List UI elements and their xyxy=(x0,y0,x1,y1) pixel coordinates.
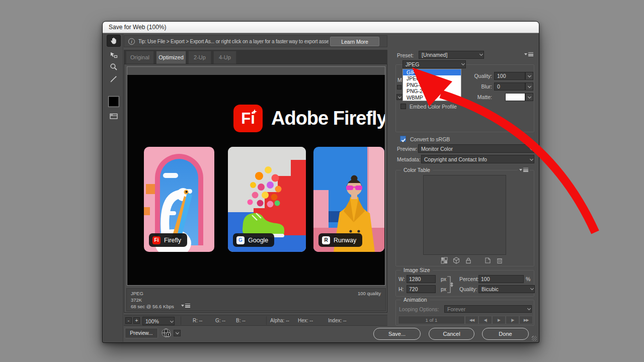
first-frame-button[interactable]: ◀◀ xyxy=(465,316,478,324)
next-frame-button[interactable]: |▶ xyxy=(506,316,519,324)
delete-color-icon[interactable] xyxy=(496,257,503,264)
card-runway: R Runway xyxy=(313,147,384,252)
format-option-png8[interactable]: PNG-8 xyxy=(403,82,461,88)
eyedropper-color-swatch[interactable] xyxy=(108,96,119,107)
zoom-in-button[interactable]: + xyxy=(133,317,140,324)
obscured-quality-preset-fragment: M xyxy=(397,77,402,83)
format-dropdown-list: GIF JPEG PNG-8 PNG-24 WBMP xyxy=(403,69,461,101)
format-option-jpeg[interactable]: JPEG xyxy=(403,75,461,81)
percent-unit: % xyxy=(526,276,530,282)
preview-in-browser-button[interactable]: Preview... xyxy=(125,328,158,338)
tip-text: Tip: Use File > Export > Export As... or… xyxy=(138,39,329,44)
tab-original[interactable]: Original xyxy=(126,51,154,64)
preset-select[interactable]: [Unnamed] xyxy=(419,51,484,59)
map-transparency-icon[interactable] xyxy=(441,257,448,264)
preset-panel-menu-icon[interactable] xyxy=(524,52,533,56)
headline-text: Adobe Firefly xyxy=(271,105,385,132)
status-menu-icon[interactable] xyxy=(181,304,190,308)
link-dimensions-icon[interactable] xyxy=(446,276,454,294)
hand-icon xyxy=(109,36,118,45)
lock-color-icon[interactable] xyxy=(465,257,472,264)
percent-label: Percent: xyxy=(459,276,479,282)
status-format: JPEG xyxy=(131,291,143,296)
browser-select-chevron[interactable] xyxy=(174,330,181,336)
width-unit: px xyxy=(441,276,446,282)
format-option-wbmp[interactable]: WBMP xyxy=(403,95,461,101)
browser-globe-icon[interactable] xyxy=(161,328,172,338)
metadata-label: Metadata: xyxy=(397,156,421,162)
resample-quality-value: Bicubic xyxy=(481,286,499,293)
status-download-time: 68 sec @ 56.6 Kbps xyxy=(131,304,174,309)
obscured-checkbox-fragment xyxy=(397,85,401,89)
blur-value[interactable]: 0 xyxy=(494,82,525,90)
preset-label: Preset: xyxy=(397,52,414,58)
slice-select-icon xyxy=(109,50,118,59)
resample-quality-select[interactable]: Bicubic xyxy=(478,285,535,293)
tip-bar: i Tip: Use File > Export > Export As... … xyxy=(124,35,387,47)
matte-color-swatch[interactable] xyxy=(505,93,525,101)
save-for-web-dialog: Save for Web (100%) xyxy=(102,21,539,343)
quality-value[interactable]: 100 xyxy=(494,72,525,80)
new-color-icon[interactable] xyxy=(484,257,491,264)
done-button[interactable]: Done xyxy=(482,328,529,340)
percent-input[interactable] xyxy=(478,275,524,283)
info-icon: i xyxy=(128,38,135,45)
tab-optimized[interactable]: Optimized xyxy=(156,51,186,64)
color-table-menu-icon[interactable] xyxy=(518,168,530,172)
quality-slider-chevron[interactable] xyxy=(525,72,533,80)
optimize-status-bar: JPEG 372K 68 sec @ 56.6 Kbps 100 quality xyxy=(126,288,386,311)
color-table-swatches[interactable] xyxy=(423,175,506,255)
readout-b: B: -- xyxy=(236,318,246,323)
format-option-gif[interactable]: GIF xyxy=(403,69,461,75)
height-input[interactable] xyxy=(407,285,436,293)
toggle-slices-visibility-button[interactable] xyxy=(107,110,121,122)
firefly-logo-glyph: Fi xyxy=(241,110,255,127)
badge-label: Runway xyxy=(334,237,356,244)
metadata-select[interactable]: Copyright and Contact Info xyxy=(421,155,534,163)
tab-4up[interactable]: 4-Up xyxy=(213,51,236,64)
play-button[interactable]: ▶ xyxy=(492,316,506,324)
zoom-tool-button[interactable] xyxy=(107,61,121,73)
width-label: W: xyxy=(398,276,405,282)
height-unit: px xyxy=(441,286,446,292)
magnifier-icon xyxy=(109,62,118,71)
width-input[interactable] xyxy=(407,275,436,283)
frame-counter: 1 of 1 xyxy=(398,316,465,324)
preview-mode-label: Preview: xyxy=(397,146,417,152)
matte-chevron[interactable] xyxy=(525,93,533,101)
badge-google: G Google xyxy=(233,233,274,247)
save-button[interactable]: Save... xyxy=(373,328,421,340)
zoom-level-select[interactable]: 100% xyxy=(142,317,175,325)
firefly-logo: Fi xyxy=(233,105,263,132)
resize-grip[interactable] xyxy=(532,336,537,341)
tab-2up[interactable]: 2-Up xyxy=(188,51,211,64)
learn-more-button[interactable]: Learn More xyxy=(330,37,379,46)
card-google: G Google xyxy=(228,147,306,252)
convert-to-srgb-checkbox[interactable] xyxy=(400,136,406,142)
slice-select-tool-button[interactable] xyxy=(107,49,121,61)
readout-r: R: -- xyxy=(193,318,202,323)
badge-firefly: Fi Firefly xyxy=(149,233,187,247)
zoom-out-button[interactable]: - xyxy=(125,317,132,324)
eyedropper-tool-button[interactable] xyxy=(107,73,121,85)
metadata-value: Copyright and Contact Info xyxy=(424,156,487,163)
cancel-button[interactable]: Cancel xyxy=(429,328,474,340)
window-titlebar[interactable]: Save for Web (100%) xyxy=(103,22,539,33)
preview-canvas[interactable]: Fi Adobe Firefly xyxy=(127,66,385,286)
format-select[interactable]: JPEG xyxy=(403,60,466,68)
embed-color-profile-checkbox[interactable] xyxy=(400,104,406,109)
looping-options-select[interactable]: Forever xyxy=(444,305,532,313)
blur-slider-chevron[interactable] xyxy=(525,82,533,90)
slices-visibility-icon xyxy=(109,112,119,121)
last-frame-button[interactable]: ▶▶ xyxy=(519,316,533,324)
image-size-group: Image Size W: px H: px Percent: % Qualit… xyxy=(395,270,534,297)
readout-index: Index: -- xyxy=(328,318,347,323)
hand-tool-button[interactable] xyxy=(107,35,121,47)
web-shift-icon[interactable] xyxy=(453,257,460,264)
format-option-png24[interactable]: PNG-24 xyxy=(403,88,461,94)
convert-to-srgb-label: Convert to sRGB xyxy=(410,136,450,142)
previous-frame-button[interactable]: ◀| xyxy=(478,316,492,324)
preview-mode-select[interactable]: Monitor Color xyxy=(418,144,534,153)
looping-options-label: Looping Options: xyxy=(399,306,439,312)
zoom-level-value: 100% xyxy=(145,318,159,325)
